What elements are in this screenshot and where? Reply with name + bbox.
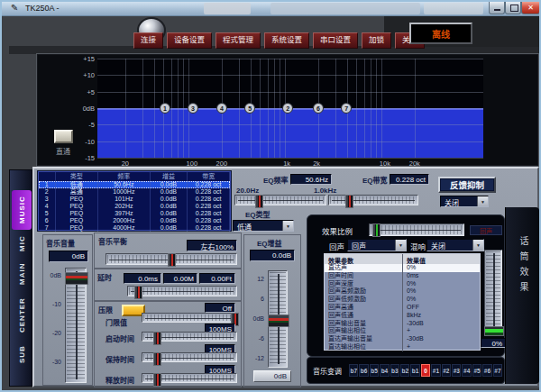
release-slider[interactable]	[142, 373, 237, 383]
eq-band-marker-6[interactable]: 6	[313, 103, 324, 114]
effect-row[interactable]: 回声高通OFF	[325, 304, 480, 312]
hold-slider[interactable]	[142, 352, 237, 362]
pitch-button-#7[interactable]: #7	[493, 364, 502, 377]
effect-row[interactable]: 直达声输出音量-30dB	[325, 335, 480, 343]
effect-param: 回声低频激励	[325, 296, 402, 304]
attack-handle[interactable]	[153, 332, 161, 345]
eq-table-row-4[interactable]: 4PEQ202Hz0.0dB0.228 oct	[39, 203, 230, 210]
music-volume-slider[interactable]	[65, 268, 87, 383]
eq-freq-slider[interactable]	[234, 195, 326, 205]
channel-tab-music[interactable]: MUSIC	[12, 190, 32, 230]
title-bar[interactable]: ✎ TK250A - ✕	[2, 2, 541, 16]
gain-scale-label: 12	[248, 276, 264, 282]
close-button[interactable]: ✕	[521, 2, 540, 14]
eq-gain-slider[interactable]	[268, 270, 288, 368]
main-control-panel: 类型频率增益带宽1低通50.6Hz0.0dB0.228 oct2高通1000Hz…	[32, 167, 539, 387]
maximize-button[interactable]	[505, 2, 521, 14]
feedback-suppression-button[interactable]: 反馈抑制	[438, 177, 496, 193]
balance-slider[interactable]	[105, 253, 237, 265]
eq-table-row-7[interactable]: 7PEQ4000Hz0.0dB0.228 oct	[39, 224, 230, 232]
menu-button-设备设置[interactable]: 设备设置	[167, 32, 212, 49]
delay-ft-value: 0.00Ft	[199, 273, 235, 284]
grid-line-v	[371, 59, 371, 158]
chevron-down-icon[interactable]: ▼	[282, 221, 293, 231]
effect-row[interactable]: 回声输出音量-30dB	[325, 320, 480, 328]
minimize-button[interactable]	[489, 2, 505, 14]
pitch-button-#2[interactable]: #2	[442, 364, 451, 377]
pitch-button-b1[interactable]: b1	[410, 364, 419, 377]
pitch-button-#4[interactable]: #4	[462, 364, 471, 377]
menu-button-程式管理[interactable]: 程式管理	[215, 32, 261, 49]
effect-ratio-slider[interactable]	[369, 223, 464, 236]
menu-button-加锁[interactable]: 加锁	[362, 32, 391, 49]
channel-tab-main[interactable]: MAIN	[12, 257, 32, 291]
eq-bw-slider-handle[interactable]	[345, 195, 353, 208]
pitch-button-b2[interactable]: b2	[400, 364, 409, 377]
effect-level-slider[interactable]	[484, 250, 502, 336]
pitch-button-#1[interactable]: #1	[431, 364, 440, 377]
slider-ticks	[371, 225, 463, 234]
effect-row[interactable]: 直达输出相位+	[325, 343, 480, 351]
pitch-button-b4[interactable]: b4	[380, 364, 389, 377]
eq-plot-area[interactable]: 1345267	[97, 59, 483, 158]
eq-type-dropdown[interactable]: 低通 ▼	[233, 220, 294, 232]
menu-button-连接[interactable]: 连接	[133, 32, 163, 49]
reverb-label: 混响	[410, 241, 426, 251]
eq-gain-handle[interactable]	[268, 315, 289, 327]
channel-tab-center[interactable]: CENTER	[12, 293, 32, 338]
eq-table-row-5[interactable]: 5PEQ397Hz0.0dB0.228 oct	[39, 210, 230, 217]
eq-band-marker-1[interactable]: 1	[160, 103, 170, 114]
reverb-dropdown[interactable]: 关闭 ▼	[426, 239, 484, 251]
delay-slider[interactable]	[127, 286, 237, 296]
effect-row[interactable]: 回声高频激励0%	[325, 287, 480, 296]
eq-band-marker-3[interactable]: 3	[188, 103, 198, 114]
channel-tab-mic[interactable]: MIC	[12, 230, 32, 257]
balance-handle[interactable]	[168, 253, 176, 267]
chevron-down-icon[interactable]: ▼	[472, 240, 483, 251]
pitch-button-b7[interactable]: b7	[349, 364, 358, 377]
music-volume-panel: 音乐音量 0dB 0dB-10-20-30	[42, 234, 93, 386]
menu-button-串口设置[interactable]: 串口设置	[313, 32, 358, 49]
eq-table-row-2[interactable]: 2高通1000Hz0.0dB0.228 oct	[39, 188, 230, 196]
echo-dropdown[interactable]: 回声 ▼	[347, 239, 407, 251]
eq-table-row-6[interactable]: 6PEQ2000Hz0.0dB0.228 oct	[39, 217, 230, 224]
effect-row[interactable]: 直达声0%	[325, 264, 480, 272]
attack-slider[interactable]	[142, 332, 237, 342]
pitch-button-b6[interactable]: b6	[359, 364, 368, 377]
pitch-button-b5[interactable]: b5	[370, 364, 379, 377]
pitch-button-0[interactable]: 0	[421, 364, 430, 377]
effect-level-handle[interactable]	[484, 326, 504, 336]
pitch-button-b3[interactable]: b3	[390, 364, 399, 377]
chevron-down-icon[interactable]: ▼	[395, 240, 406, 251]
y-axis-tick: -10	[71, 138, 95, 146]
menu-button-系统设置[interactable]: 系统设置	[264, 32, 309, 49]
chevron-down-icon[interactable]: ▼	[477, 196, 488, 206]
effect-row[interactable]: 回声输出相位+	[325, 327, 480, 335]
effect-row[interactable]: 回声深度0%	[325, 280, 480, 288]
eq-band-marker-4[interactable]: 4	[216, 103, 227, 114]
eq-gain-bottom-value[interactable]: 0dB	[253, 370, 291, 382]
eq-table-header-cell: 增益	[151, 172, 188, 181]
feedback-dropdown[interactable]: 关闭 ▼	[440, 196, 489, 207]
effect-row[interactable]: 回声时间0ms	[325, 272, 480, 280]
delay-handle[interactable]	[134, 286, 142, 299]
bypass-button[interactable]	[54, 130, 73, 143]
eq-bw-slider[interactable]	[328, 195, 418, 205]
threshold-slider[interactable]	[142, 313, 237, 323]
hold-handle[interactable]	[153, 352, 161, 366]
pitch-button-#5[interactable]: #5	[472, 364, 481, 377]
eq-table-row-1[interactable]: 1低通50.6Hz0.0dB0.228 oct	[39, 181, 230, 188]
effect-ratio-handle[interactable]	[372, 223, 381, 237]
eq-table-cell: 5	[39, 210, 56, 217]
effect-row[interactable]: 回声低频激励0%	[325, 296, 480, 304]
background-window-fragment	[204, 3, 251, 14]
music-volume-handle[interactable]	[65, 272, 88, 285]
channel-tab-sub[interactable]: SUB	[12, 340, 32, 369]
effect-row[interactable]: 回声低通8kHz	[325, 312, 480, 320]
eq-freq-slider-handle[interactable]	[255, 195, 263, 208]
pitch-button-#3[interactable]: #3	[452, 364, 461, 377]
eq-table-row-3[interactable]: 3PEQ101Hz0.0dB0.228 oct	[39, 196, 230, 203]
mic-effects-tab[interactable]: 话筒效果	[505, 207, 539, 384]
pitch-button-#6[interactable]: #6	[482, 364, 491, 377]
release-handle[interactable]	[153, 373, 161, 387]
